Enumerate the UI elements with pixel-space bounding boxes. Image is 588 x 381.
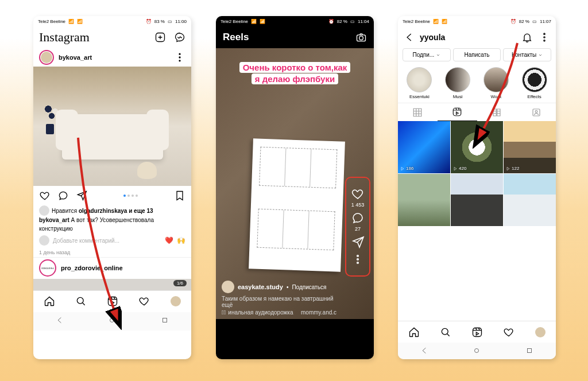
next-username[interactable]: pro_zdorovie_online: [61, 265, 123, 271]
comment-row[interactable]: Добавьте комментарий... ❤️ 🙌: [33, 233, 191, 248]
svg-point-2: [179, 57, 180, 58]
share-icon[interactable]: [76, 190, 87, 201]
next-avatar[interactable]: макшины: [39, 259, 56, 277]
tagged-tab-icon[interactable]: [516, 103, 556, 121]
svg-point-11: [357, 259, 359, 261]
post-image[interactable]: [33, 67, 191, 186]
nav-back-icon[interactable]: [420, 347, 428, 357]
author-avatar[interactable]: [39, 50, 54, 65]
reel-share-icon[interactable]: [351, 235, 365, 249]
reels-tab-icon[interactable]: [471, 326, 483, 338]
reels-tab-icon[interactable]: [438, 103, 477, 121]
follow-button[interactable]: Подпи...: [403, 48, 451, 61]
emoji-hands[interactable]: 🙌: [177, 236, 185, 244]
reel-thumbnail[interactable]: [451, 174, 503, 226]
message-button[interactable]: Написать: [453, 48, 501, 61]
caption: bykova_art А вот так? Усовершенствовала …: [39, 216, 185, 233]
likes-text[interactable]: Нравится olgadurzhinskaya и еще 13: [52, 207, 153, 215]
svg-point-3: [179, 60, 180, 61]
reel-author-avatar[interactable]: [222, 281, 234, 293]
post-actions: [33, 186, 191, 205]
nav-home-icon[interactable]: [473, 347, 481, 357]
reel-comment-icon[interactable]: [351, 211, 365, 225]
battery: 83 %: [154, 19, 165, 24]
activity-tab-icon[interactable]: [138, 296, 150, 307]
post-menu-icon[interactable]: [174, 52, 185, 63]
status-bar: Tele2 Beeline📶📶 ⏰82 %▭11:04: [216, 16, 374, 26]
comment-icon[interactable]: [57, 190, 69, 201]
back-icon[interactable]: [404, 32, 414, 43]
reel-side-actions: 1 453 27: [345, 177, 370, 277]
reel-thumbnail[interactable]: 420: [451, 121, 503, 173]
play-count: 186: [400, 166, 413, 171]
nav-home-icon[interactable]: [108, 316, 116, 326]
guides-tab-icon[interactable]: [477, 103, 517, 121]
grid-tab-icon[interactable]: [398, 103, 438, 121]
phone-feed: Tele2 Beeline📶📶 ⏰83 %▭11:00 Instagram by…: [33, 16, 191, 359]
svg-point-17: [544, 33, 545, 34]
search-tab-icon[interactable]: [75, 296, 87, 307]
post-meta: Нравится olgadurzhinskaya и еще 13 bykov…: [33, 205, 191, 233]
activity-tab-icon[interactable]: [503, 326, 514, 338]
comment-placeholder[interactable]: Добавьте комментарий...: [53, 238, 161, 244]
reel-thumbnail[interactable]: [398, 174, 450, 226]
highlight-item[interactable]: Musi: [440, 67, 475, 99]
instagram-logo: Instagram: [39, 30, 90, 45]
bookmark-icon[interactable]: [174, 190, 185, 201]
contacts-button[interactable]: Контакты: [503, 48, 551, 61]
profile-tab-icon[interactable]: [170, 296, 181, 307]
profile-tab-icon[interactable]: [535, 326, 546, 338]
highlight-item[interactable]: Effects: [517, 67, 552, 99]
svg-point-10: [357, 255, 359, 257]
svg-point-23: [442, 328, 448, 335]
reel-info: easykate.study • Подписаться Таким образ…: [222, 281, 339, 316]
menu-icon[interactable]: [539, 32, 550, 43]
status-bar: Tele2 Beeline📶📶 ⏰83 %▭11:00: [33, 16, 191, 26]
comment-count: 27: [346, 226, 369, 232]
reel-like-icon[interactable]: [351, 187, 365, 201]
reels-tab-icon[interactable]: [107, 296, 118, 307]
home-tab-icon[interactable]: [44, 296, 55, 307]
next-account-row[interactable]: макшины pro_zdorovie_online: [33, 257, 191, 279]
reel-more-icon[interactable]: [351, 252, 365, 266]
svg-point-22: [535, 110, 537, 112]
highlight-item[interactable]: Work: [479, 67, 513, 99]
paper-graphic: [249, 139, 345, 272]
emoji-heart[interactable]: ❤️: [165, 236, 173, 244]
phone-reels: Tele2 Beeline📶📶 ⏰82 %▭11:04 Reels Очень …: [216, 16, 374, 359]
reels-header: Reels: [216, 26, 374, 48]
reel-description: Таким образом я намекаю на завтрашний: [222, 296, 334, 302]
nav-recent-icon[interactable]: [525, 347, 533, 357]
next-post-preview[interactable]: 1/6: [33, 279, 191, 290]
reel-thumbnail[interactable]: 122: [504, 121, 556, 173]
android-navbar: [33, 312, 191, 331]
reel-caption: Очень коротко о том,как я делаю флэпбуки: [220, 62, 369, 85]
highlight-item[interactable]: Essentuki: [402, 67, 436, 99]
profile-username: yyoula: [420, 33, 516, 42]
reel-author[interactable]: easykate.study: [238, 283, 283, 290]
svg-point-12: [357, 262, 359, 264]
subscribe-button[interactable]: Подписаться: [292, 284, 326, 290]
profile-tabs: [398, 103, 556, 121]
like-icon[interactable]: [39, 190, 51, 201]
svg-rect-26: [528, 349, 532, 353]
author-username[interactable]: bykova_art: [59, 54, 92, 61]
camera-icon[interactable]: [355, 32, 367, 43]
notifications-icon[interactable]: [521, 32, 533, 43]
more-link[interactable]: ещё: [222, 302, 233, 308]
home-tab-icon[interactable]: [408, 326, 420, 338]
search-tab-icon[interactable]: [440, 326, 451, 338]
liker-avatar[interactable]: [39, 205, 49, 216]
new-post-icon[interactable]: [154, 32, 166, 43]
reel-thumbnail[interactable]: 186: [398, 121, 450, 173]
app-header: Instagram: [33, 26, 191, 48]
nav-back-icon[interactable]: [56, 316, 64, 326]
play-count: 420: [453, 166, 466, 171]
post-author-row[interactable]: bykova_art: [33, 48, 191, 67]
nav-recent-icon[interactable]: [161, 316, 169, 326]
messenger-icon[interactable]: [174, 32, 185, 43]
svg-point-19: [544, 40, 545, 41]
reel-thumbnail[interactable]: [504, 174, 556, 226]
audio-row[interactable]: ▶⃝инальная аудиодорожка mommy.and.c: [222, 309, 339, 316]
svg-rect-20: [453, 108, 461, 116]
